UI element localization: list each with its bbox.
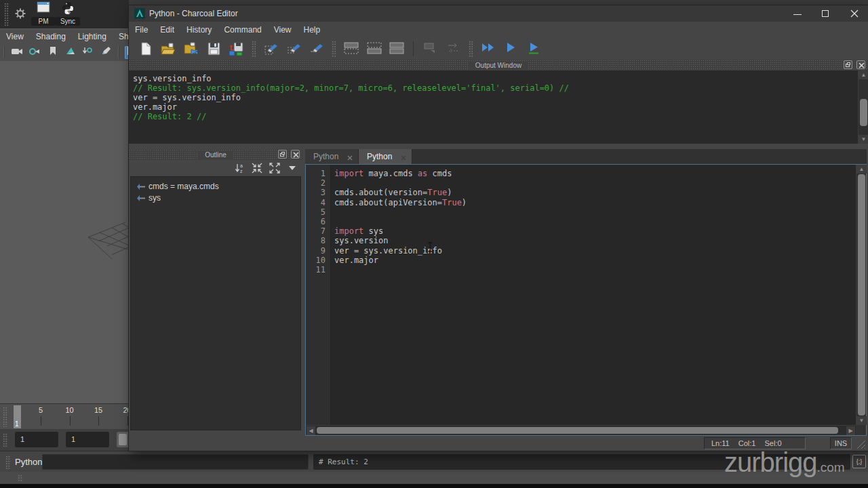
outline-panel-title: Outline (198, 151, 233, 159)
code-line: sys.version (334, 236, 856, 245)
clear-history-icon[interactable] (285, 41, 302, 57)
range-start-field[interactable]: 1 (15, 432, 58, 447)
editor-vertical-scrollbar[interactable]: ▲ ▼ (856, 165, 866, 425)
scroll-down-icon[interactable]: ▼ (859, 135, 868, 144)
layout-output-only-icon[interactable] (342, 41, 360, 57)
current-frame-marker[interactable]: 1 (14, 405, 21, 428)
tab-python-1[interactable]: Python (305, 149, 359, 164)
timeline-drag-handle[interactable] (3, 407, 8, 427)
shelf-item-sync[interactable]: Sync (56, 1, 80, 27)
scroll-right-icon[interactable]: ▶ (846, 426, 855, 435)
outline-panel-header[interactable]: Outline (129, 149, 302, 160)
command-language-label[interactable]: Python (15, 457, 42, 467)
range-slider-bar: 1 1 (0, 429, 129, 451)
viewport-menu-shading[interactable]: Shading (30, 29, 72, 41)
execute-icon[interactable] (502, 41, 519, 57)
output-panel-header[interactable]: Output Window (129, 60, 868, 70)
code-area[interactable]: import maya.cmds as cmds cmds.about(vers… (332, 165, 856, 425)
outline-menu-chevron-icon[interactable] (285, 163, 297, 174)
viewport-menu-lighting[interactable]: Lighting (72, 29, 113, 41)
scroll-down-icon[interactable]: ▼ (856, 416, 867, 425)
toolbar-separator (413, 41, 414, 56)
timeline-tick (41, 416, 41, 426)
timeline-tick-label: 20 (123, 406, 129, 414)
layout-split-icon[interactable] (388, 41, 406, 57)
execute-all-icon[interactable] (479, 41, 497, 57)
column-indicator: Col:1 (732, 438, 756, 449)
output-panel-body[interactable]: sys.version_info// Result: sys.version_i… (129, 70, 868, 144)
pan-zoom-icon[interactable] (81, 46, 96, 59)
close-panel-icon[interactable] (291, 150, 300, 159)
outline-item[interactable]: cmds = maya.cmds (131, 181, 300, 192)
maximize-button[interactable] (812, 5, 840, 22)
tab-close-icon[interactable] (347, 153, 353, 163)
float-panel-icon[interactable] (278, 150, 287, 159)
script-editor-icon[interactable]: {;} (852, 455, 866, 468)
scrollbar-thumb[interactable] (858, 174, 865, 415)
helpline-drag-handle[interactable] (18, 474, 23, 481)
pencil-icon[interactable] (99, 46, 113, 59)
save-file-icon[interactable] (205, 41, 222, 57)
float-output-icon[interactable] (422, 41, 439, 57)
scroll-up-icon[interactable]: ▲ (856, 165, 867, 174)
shelf-drag-handle[interactable] (4, 3, 9, 26)
range-slider-handle[interactable] (117, 432, 129, 447)
shelf-item-pm[interactable]: PM (31, 1, 56, 27)
tab-close-icon[interactable] (401, 153, 406, 163)
tab-python-2[interactable]: Python (359, 149, 412, 164)
scroll-left-icon[interactable]: ◀ (307, 426, 315, 435)
clear-line-icon[interactable] (308, 41, 326, 57)
rangebar-drag-handle[interactable] (3, 433, 8, 448)
menu-view[interactable]: View (268, 22, 298, 38)
viewport-menu-show[interactable]: Show (113, 29, 129, 41)
3d-viewport[interactable]: y x z (0, 61, 129, 403)
time-slider[interactable]: 1 5101520 (0, 403, 129, 429)
minimize-button[interactable] (784, 5, 811, 22)
image-plane-icon[interactable] (63, 46, 77, 59)
output-scrollbar[interactable]: ▲ ▼ (858, 70, 868, 144)
resize-grip[interactable] (856, 439, 865, 449)
execute-selection-icon[interactable] (525, 41, 542, 57)
menu-file[interactable]: File (129, 22, 154, 38)
select-camera-icon[interactable] (9, 46, 24, 59)
camera-attributes-icon[interactable] (28, 46, 42, 59)
scrollbar-thumb[interactable] (317, 427, 838, 434)
outline-list[interactable]: cmds = maya.cmdssys (130, 176, 301, 430)
swap-panels-icon[interactable] (444, 41, 462, 57)
float-panel-icon[interactable] (844, 60, 852, 69)
line-number: 9 (306, 246, 326, 256)
toolbar-separator (3, 46, 5, 58)
clear-output-icon[interactable] (262, 41, 280, 57)
code-line (334, 265, 856, 274)
viewport-menu-view[interactable]: View (0, 29, 30, 41)
save-all-icon[interactable] (227, 41, 245, 57)
menu-history[interactable]: History (180, 22, 218, 38)
command-result-field[interactable]: # Result: 2 (313, 454, 850, 470)
open-recent-icon[interactable] (182, 41, 200, 57)
output-code-line: sys.version_info (133, 74, 854, 83)
menu-edit[interactable]: Edit (154, 22, 180, 38)
collapse-all-icon[interactable] (250, 163, 262, 174)
timeline-tick (127, 416, 128, 426)
shelf-item-label: Sync (56, 17, 80, 26)
perspective-grid (85, 217, 129, 271)
expand-all-icon[interactable] (268, 163, 280, 174)
bookmark-icon[interactable] (45, 46, 60, 59)
shelf-tab-gear-icon[interactable] (15, 8, 26, 21)
menu-help[interactable]: Help (298, 22, 327, 38)
scrollbar-thumb[interactable] (860, 99, 867, 126)
current-frame-label: 1 (15, 420, 19, 428)
close-button[interactable] (841, 5, 868, 22)
command-input[interactable] (42, 454, 309, 470)
new-file-icon[interactable] (137, 41, 155, 57)
layout-editor-only-icon[interactable] (366, 41, 383, 57)
window-titlebar[interactable]: Python - Charcoal Editor (129, 5, 868, 22)
range-end-field[interactable]: 1 (66, 432, 109, 447)
cmdline-drag-handle[interactable] (5, 455, 11, 469)
close-panel-icon[interactable] (856, 60, 865, 69)
outline-item[interactable]: sys (131, 192, 300, 204)
sort-alphabetical-icon[interactable]: az (233, 163, 245, 174)
editor-horizontal-scrollbar[interactable]: ◀ ▶ (306, 425, 856, 435)
menu-command[interactable]: Command (218, 22, 267, 38)
open-file-icon[interactable] (159, 41, 177, 57)
